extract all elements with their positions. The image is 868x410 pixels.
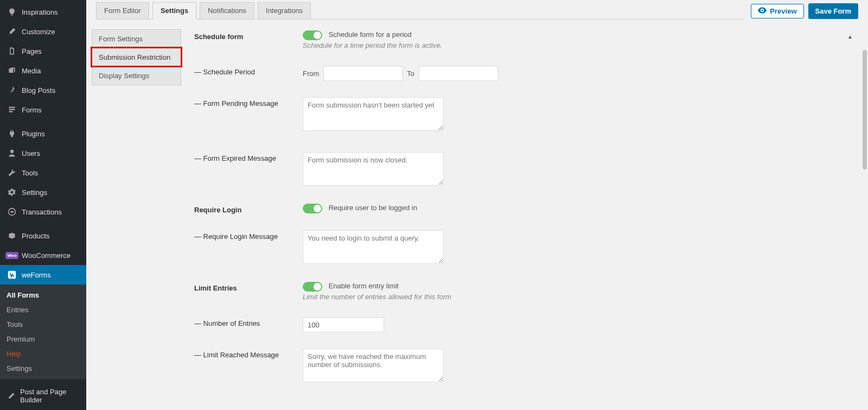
limit-entries-toggle[interactable] — [303, 282, 322, 292]
products-icon — [7, 230, 17, 241]
pin-icon — [7, 85, 17, 96]
settings-icon — [7, 187, 17, 198]
wp-submenu: All Forms Entries Tools Premium Help Set… — [0, 285, 86, 379]
require-login-msg-label: — Require Login Message — [194, 230, 303, 241]
settings-side-tabs: Form Settings Submission Restriction Dis… — [92, 28, 181, 410]
transactions-icon — [7, 206, 17, 217]
menu-label: Post and Page Builder — [20, 388, 80, 404]
schedule-toggle[interactable] — [303, 30, 322, 40]
menu-label: Users — [22, 149, 40, 157]
to-label: To — [407, 70, 414, 78]
tab-form-editor[interactable]: Form Editor — [96, 2, 149, 20]
side-tab-display-settings[interactable]: Display Settings — [92, 66, 181, 85]
limit-reached-label: — Limit Reached Message — [194, 349, 303, 359]
menu-label: Blog Posts — [22, 86, 55, 94]
schedule-toggle-label: Schedule form for a period — [329, 30, 412, 39]
menu-tools[interactable]: Tools — [0, 163, 86, 182]
limit-entries-desc: Limit the number of entries allowed for … — [303, 293, 855, 301]
preview-label: Preview — [770, 7, 796, 15]
submenu-tools[interactable]: Tools — [0, 317, 86, 332]
tools-icon — [7, 167, 17, 178]
menu-pages[interactable]: Pages — [0, 41, 86, 61]
side-tab-form-settings[interactable]: Form Settings — [92, 29, 181, 48]
weforms-icon — [7, 269, 17, 280]
require-login-toggle-label: Require user to be logged in — [329, 204, 417, 212]
woo-icon: Woo — [7, 250, 17, 261]
form-pending-message-input[interactable]: Form submission hasn't been started yet — [303, 97, 444, 131]
require-login-message-input[interactable]: You need to login to submit a query. — [303, 230, 444, 264]
submenu-help[interactable]: Help — [0, 346, 86, 361]
schedule-from-input[interactable] — [323, 66, 403, 81]
menu-label: Inspirations — [22, 8, 58, 16]
menu-label: Tools — [22, 169, 38, 177]
form-pending-label: — Form Pending Message — [194, 97, 303, 108]
settings-body: Form Settings Submission Restriction Dis… — [86, 20, 868, 410]
schedule-desc: Schedule for a time period the form is a… — [303, 41, 855, 49]
menu-label: Customize — [22, 28, 55, 36]
menu-label: Settings — [22, 188, 47, 197]
brush-icon — [7, 26, 17, 37]
topbar: Form Editor Settings Notifications Integ… — [86, 0, 868, 20]
menu-forms[interactable]: Forms — [0, 100, 86, 119]
menu-separator — [0, 119, 86, 124]
menu-plugins[interactable]: Plugins — [0, 124, 86, 143]
side-tab-submission-restriction[interactable]: Submission Restriction — [92, 48, 181, 66]
menu-customize[interactable]: Customize — [0, 22, 86, 41]
menu-label: Transactions — [22, 208, 62, 216]
form-icon — [7, 104, 17, 115]
submenu-premium[interactable]: Premium — [0, 332, 86, 346]
pages-icon — [7, 46, 17, 56]
menu-blog-posts[interactable]: Blog Posts — [0, 80, 86, 100]
menu-inspirations[interactable]: Inspirations — [0, 2, 86, 22]
menu-woocommerce[interactable]: WooWooCommerce — [0, 245, 86, 265]
menu-separator — [0, 379, 86, 383]
from-label: From — [303, 70, 319, 78]
submenu-entries[interactable]: Entries — [0, 302, 86, 317]
section-schedule: Schedule form Schedule form for a period… — [194, 30, 855, 187]
menu-settings[interactable]: Settings — [0, 182, 86, 202]
schedule-period-inputs: From To — [303, 66, 855, 81]
pencil-icon — [7, 390, 16, 401]
scrollbar[interactable] — [861, 50, 868, 410]
submenu-settings[interactable]: Settings — [0, 361, 86, 376]
number-entries-input[interactable] — [303, 317, 384, 332]
menu-weforms[interactable]: weForms — [0, 265, 86, 285]
top-actions: Preview Save Form — [751, 2, 858, 19]
preview-button[interactable]: Preview — [751, 4, 803, 18]
menu-products[interactable]: Products — [0, 226, 86, 245]
require-login-toggle[interactable] — [303, 204, 322, 213]
settings-form-area: ▲ Schedule form Schedule form for a peri… — [181, 28, 868, 410]
require-login-title: Require Login — [194, 204, 303, 214]
tab-notifications[interactable]: Notifications — [200, 2, 254, 20]
limit-entries-title: Limit Entries — [194, 282, 303, 292]
tab-integrations[interactable]: Integrations — [258, 2, 311, 20]
save-form-button[interactable]: Save Form — [808, 3, 858, 19]
tab-settings[interactable]: Settings — [152, 2, 196, 20]
plugin-icon — [7, 128, 17, 139]
menu-label: Plugins — [22, 130, 45, 138]
menu-label: Forms — [22, 106, 42, 114]
menu-label: WooCommerce — [22, 251, 71, 260]
menu-transactions[interactable]: Transactions — [0, 202, 86, 222]
section-require-login: Require Login Require user to be logged … — [194, 204, 855, 266]
limit-reached-message-input[interactable]: Sorry, we have reached the maximum numbe… — [303, 349, 444, 382]
menu-page-builder[interactable]: Post and Page Builder — [0, 383, 86, 408]
scrollbar-thumb[interactable] — [863, 50, 867, 169]
limit-entries-toggle-label: Enable form entry limit — [329, 282, 399, 290]
menu-label: weForms — [22, 271, 50, 279]
section-limit-entries: Limit Entries Enable form entry limit Li… — [194, 282, 855, 384]
eye-icon — [758, 7, 767, 15]
form-expired-message-input[interactable]: Form submission is now closed. — [303, 152, 444, 186]
user-icon — [7, 148, 17, 159]
schedule-title: Schedule form — [194, 30, 303, 41]
content-area: Form Editor Settings Notifications Integ… — [86, 0, 868, 410]
schedule-to-input[interactable] — [419, 66, 498, 81]
menu-users[interactable]: Users — [0, 143, 86, 163]
media-icon — [7, 65, 17, 76]
menu-media[interactable]: Media — [0, 61, 86, 80]
wp-admin-menu: Inspirations Customize Pages Media Blog … — [0, 0, 86, 410]
submenu-all-forms[interactable]: All Forms — [0, 288, 86, 302]
accordion-toggle-icon[interactable]: ▲ — [847, 34, 853, 40]
schedule-period-label: — Schedule Period — [194, 66, 303, 76]
form-expired-label: — Form Expired Message — [194, 152, 303, 162]
